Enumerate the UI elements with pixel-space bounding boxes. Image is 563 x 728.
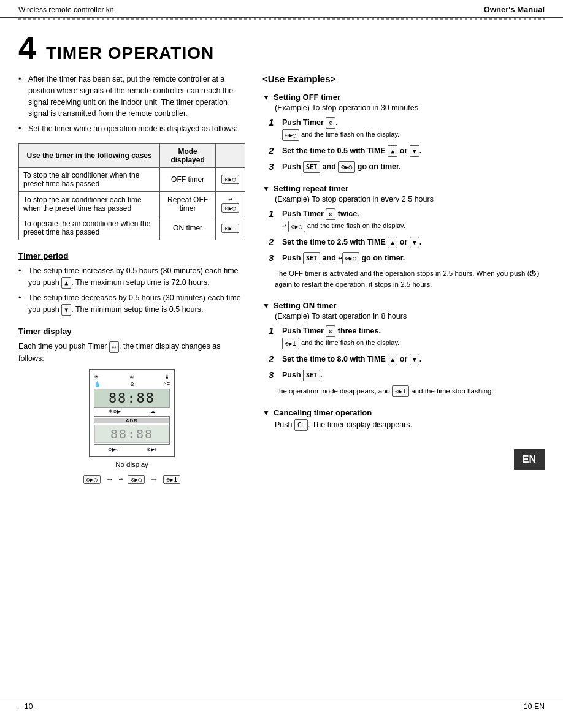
example-on-timer: ▼ Setting ON timer (Example) To start op…: [262, 301, 545, 397]
example-repeat-timer: ▼ Setting repeat timer (Example) To stop…: [262, 184, 545, 290]
chapter-number: 4: [18, 32, 36, 64]
repeat-step-1: 1 Push Timer ⊙ twice. ↩ ⊙▶○ and the time…: [269, 208, 545, 232]
step-num-2: 2: [269, 145, 277, 156]
table-header-icon: [215, 143, 245, 167]
timer-period-header: Timer period: [18, 251, 245, 260]
step-num-r2: 2: [269, 237, 277, 247]
on-timer-label: Setting ON timer: [274, 301, 337, 310]
display-icon-bottom-4: ⊙▶I: [147, 447, 156, 452]
right-column: <Use Examples> ▼ Setting OFF timer (Exam…: [262, 74, 545, 484]
footer-page: – 10 –: [18, 702, 39, 711]
step-text-r3: Push SET and ↩⊙▶○ go on timer.: [282, 252, 405, 264]
on-timer-header: ▼ Setting ON timer: [262, 301, 545, 310]
table-cell-icon-1: ⊙▶○: [215, 167, 245, 191]
page-header: Wireless remote controller kit Owner's M…: [0, 0, 563, 18]
on-step-1: 1 Push Timer ⊙ three times. ⊙▶I and the …: [269, 325, 545, 349]
table-row: To stop the air conditioner when the pre…: [19, 167, 245, 191]
table-cell-mode-2: Repeat OFF timer: [160, 191, 216, 216]
on-timer-steps: 1 Push Timer ⊙ three times. ⊙▶I and the …: [269, 325, 545, 381]
table-cell-cases-3: To operate the air conditioner when the …: [19, 216, 160, 240]
repeat-timer-desc: (Example) To stop operation in every 2.5…: [275, 195, 545, 203]
step-num-1: 1: [269, 117, 277, 127]
diagram-arrow-2: →: [150, 474, 158, 484]
repeat-step-3: 3 Push SET and ↩⊙▶○ go on timer.: [269, 252, 545, 264]
off-timer-label: Setting OFF timer: [274, 93, 340, 102]
off-timer-header: ▼ Setting OFF timer: [262, 93, 545, 102]
chapter-title: 4 TIMER OPERATION: [18, 32, 545, 64]
table-header-cases: Use the timer in the following cases: [19, 143, 160, 167]
timer-table: Use the timer in the following cases Mod…: [18, 143, 245, 241]
diagram-icon-2: ↩: [119, 476, 123, 483]
cancel-timer-label: Canceling timer operation: [274, 408, 372, 417]
display-icon-sun: ☀: [94, 374, 99, 380]
off-step-1: 1 Push Timer ⊙. ⊙▶○ and the time flash o…: [269, 117, 545, 141]
intro-bullet-1: After the timer has been set, put the re…: [18, 74, 245, 119]
display-icon-leaf: 🌡: [164, 374, 170, 380]
display-icon-drop: 💧: [94, 381, 101, 387]
step-text-o3: Push SET.: [282, 370, 323, 381]
timer-display-header: Timer display: [18, 327, 245, 336]
step-num-o2: 2: [269, 354, 277, 364]
table-cell-icon-2: ↩ ⊙▶○: [215, 191, 245, 216]
display-icon-fan: ⊛: [130, 381, 135, 387]
header-right: Owner's Manual: [484, 5, 545, 14]
off-step-2: 2 Set the time to 0.5 with TIME ▲ or ▼.: [269, 145, 545, 157]
display-icon-bottom-1: ❄⊛▶: [109, 409, 121, 414]
table-cell-icon-3: ⊙▶I: [215, 216, 245, 240]
on-step-2: 2 Set the time to 8.0 with TIME ▲ or ▼.: [269, 354, 545, 365]
display-icon-bottom-3: ⊙▶○: [108, 447, 119, 452]
diagram-icon-1: ⊙▶○: [83, 475, 101, 484]
diagram-icon-3: ⊙▶I: [163, 475, 180, 484]
cancel-timer-header: ▼ Canceling timer operation: [262, 408, 545, 417]
no-display-label: No display: [115, 461, 148, 468]
off-timer-steps: 1 Push Timer ⊙. ⊙▶○ and the time flash o…: [269, 117, 545, 173]
main-content: 4 TIMER OPERATION After the timer has be…: [0, 20, 563, 509]
display-segment-sub: 88:88: [94, 425, 169, 443]
example-cancel-timer: ▼ Canceling timer operation Push CL. The…: [262, 408, 545, 431]
repeat-step-2: 2 Set the time to 2.5 with TIME ▲ or ▼.: [269, 237, 545, 248]
display-icon-temp: °F: [164, 381, 170, 387]
diagram-arrow-1: →: [105, 474, 114, 484]
header-left: Wireless remote controller kit: [18, 6, 113, 14]
timer-period-bullet-1: The setup time increases by 0.5 hours (3…: [18, 265, 245, 289]
triangle-icon-3: ▼: [262, 301, 270, 310]
step-text-o1: Push Timer ⊙ three times. ⊙▶I and the ti…: [282, 325, 399, 349]
table-cell-cases-2: To stop the air conditioner each time wh…: [19, 191, 160, 216]
on-timer-desc: (Example) To start operation in 8 hours: [275, 312, 545, 320]
off-step-3: 3 Push SET and ⊙▶○ go on timer.: [269, 161, 545, 173]
step-text-2: Set the time to 0.5 with TIME ▲ or ▼.: [282, 145, 421, 157]
table-cell-mode-3: ON timer: [160, 216, 216, 240]
display-icon-wind: ≋: [129, 374, 134, 380]
footer-code: 10-EN: [524, 702, 545, 711]
display-row-mid: 💧 ⊛ °F: [94, 381, 170, 387]
diagram-arrow-row: ⊙▶○ → ↩⊙▶○ → ⊙▶I: [83, 474, 181, 484]
step-num-r1: 1: [269, 208, 277, 219]
use-examples-title: <Use Examples>: [262, 74, 545, 84]
step-num-o1: 1: [269, 325, 277, 336]
triangle-icon-4: ▼: [262, 409, 270, 417]
on-step-3: 3 Push SET.: [269, 370, 545, 381]
diagram-icon-2b: ⊙▶○: [128, 475, 145, 484]
repeat-timer-header: ▼ Setting repeat timer: [262, 184, 545, 193]
step-num-r3: 3: [269, 252, 277, 263]
display-box: ☀ ≋ 🌡 💧 ⊛ °F 88:88 ❄⊛▶ ☁ A: [89, 369, 175, 457]
timer-diagram: ☀ ≋ 🌡 💧 ⊛ °F 88:88 ❄⊛▶ ☁ A: [18, 369, 245, 484]
table-header-mode: Mode displayed: [160, 143, 216, 167]
chapter-name: TIMER OPERATION: [46, 44, 214, 63]
step-text-1: Push Timer ⊙. ⊙▶○ and the time flash on …: [282, 117, 399, 141]
display-segment-main: 88:88: [94, 389, 170, 408]
left-column: After the timer has been set, put the re…: [18, 74, 245, 484]
step-text-3: Push SET and ⊙▶○ go on timer.: [282, 161, 401, 173]
table-row: To operate the air conditioner when the …: [19, 216, 245, 240]
cancel-timer-text: Push CL. The timer display disappears.: [275, 419, 545, 431]
timer-display-text: Each time you push Timer ⊙, the timer di…: [18, 341, 245, 364]
triangle-icon-2: ▼: [262, 184, 270, 193]
on-timer-note: The operation mode disappears, and ⊙▶I a…: [275, 385, 545, 397]
step-text-r1: Push Timer ⊙ twice. ↩ ⊙▶○ and the time f…: [282, 208, 405, 232]
table-cell-cases-1: To stop the air conditioner when the pre…: [19, 167, 160, 191]
two-col-layout: After the timer has been set, put the re…: [18, 74, 545, 484]
intro-bullet-2: Set the timer while an operation mode is…: [18, 123, 245, 135]
intro-bullets: After the timer has been set, put the re…: [18, 74, 245, 135]
display-row-top: ☀ ≋ 🌡: [94, 374, 170, 380]
triangle-icon-1: ▼: [262, 93, 270, 102]
